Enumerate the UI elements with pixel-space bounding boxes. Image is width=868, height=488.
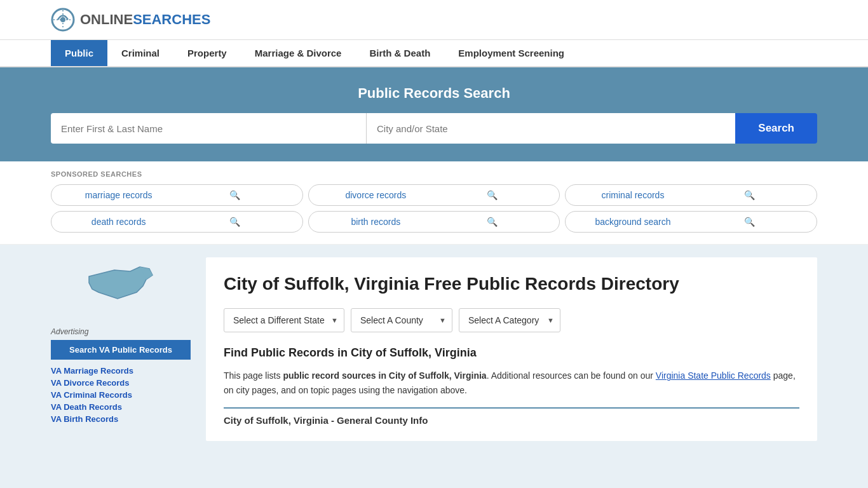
- content-area: City of Suffolk, Virginia Free Public Re…: [206, 257, 817, 441]
- logo-icon: [51, 8, 75, 32]
- county-info-title: City of Suffolk, Virginia - General Coun…: [224, 415, 799, 426]
- description-text: This page lists public record sources in…: [224, 369, 799, 397]
- search-form: Search: [51, 113, 817, 144]
- sponsored-tag-background[interactable]: background search 🔍: [565, 211, 817, 233]
- sidebar-link-death[interactable]: VA Death Records: [51, 402, 191, 412]
- county-dropdown[interactable]: Select A County: [351, 308, 452, 332]
- sidebar-link-birth[interactable]: VA Birth Records: [51, 414, 191, 424]
- search-icon-background: 🔍: [691, 217, 808, 227]
- sponsored-grid: marriage records 🔍 divorce records 🔍 cri…: [51, 184, 817, 233]
- header: ONLINESEARCHES: [0, 0, 868, 40]
- virginia-map-icon: [83, 257, 159, 315]
- sidebar: Advertising Search VA Public Records VA …: [51, 257, 191, 441]
- search-location-input[interactable]: [366, 113, 735, 144]
- nav-item-birth-death[interactable]: Birth & Death: [355, 40, 444, 66]
- sponsored-tag-divorce[interactable]: divorce records 🔍: [308, 184, 560, 206]
- nav-item-criminal[interactable]: Criminal: [107, 40, 173, 66]
- advertising-label: Advertising: [51, 327, 191, 336]
- nav-item-property[interactable]: Property: [173, 40, 241, 66]
- state-dropdown[interactable]: Select a Different State: [224, 308, 344, 332]
- virginia-state-records-link[interactable]: Virginia State Public Records: [656, 370, 771, 381]
- state-map: [51, 257, 191, 317]
- search-name-input[interactable]: [51, 113, 366, 144]
- sidebar-link-divorce[interactable]: VA Divorce Records: [51, 378, 191, 388]
- category-dropdown-wrap: Select A Category: [459, 308, 560, 332]
- county-info-bar: City of Suffolk, Virginia - General Coun…: [224, 407, 799, 426]
- nav-item-public[interactable]: Public: [51, 40, 107, 66]
- search-icon-death: 🔍: [177, 217, 293, 227]
- sponsored-tag-death[interactable]: death records 🔍: [51, 211, 303, 233]
- search-icon-divorce: 🔍: [434, 190, 550, 200]
- sidebar-link-marriage[interactable]: VA Marriage Records: [51, 366, 191, 376]
- nav-item-marriage-divorce[interactable]: Marriage & Divorce: [241, 40, 356, 66]
- sponsored-label: SPONSORED SEARCHES: [51, 170, 817, 178]
- ad-button[interactable]: Search VA Public Records: [51, 340, 191, 360]
- find-title: Find Public Records in City of Suffolk, …: [224, 346, 799, 360]
- main-content: Advertising Search VA Public Records VA …: [0, 245, 868, 454]
- sponsored-section: SPONSORED SEARCHES marriage records 🔍 di…: [0, 161, 868, 245]
- sponsored-tag-marriage[interactable]: marriage records 🔍: [51, 184, 303, 206]
- nav-item-employment[interactable]: Employment Screening: [444, 40, 578, 66]
- sponsored-tag-birth[interactable]: birth records 🔍: [308, 211, 560, 233]
- search-icon-birth: 🔍: [434, 217, 550, 227]
- sponsored-tag-criminal[interactable]: criminal records 🔍: [565, 184, 817, 206]
- page-title: City of Suffolk, Virginia Free Public Re…: [224, 273, 799, 295]
- logo: ONLINESEARCHES: [51, 8, 210, 32]
- dropdowns-row: Select a Different State Select A County…: [224, 308, 799, 332]
- county-dropdown-wrap: Select A County: [351, 308, 452, 332]
- search-banner: Public Records Search Search: [0, 67, 868, 161]
- sidebar-link-criminal[interactable]: VA Criminal Records: [51, 390, 191, 400]
- main-nav: Public Criminal Property Marriage & Divo…: [0, 40, 868, 67]
- search-icon-marriage: 🔍: [177, 190, 293, 200]
- category-dropdown[interactable]: Select A Category: [459, 308, 560, 332]
- state-dropdown-wrap: Select a Different State: [224, 308, 344, 332]
- search-banner-title: Public Records Search: [51, 85, 817, 102]
- logo-text: ONLINESEARCHES: [80, 11, 210, 28]
- search-icon-criminal: 🔍: [691, 190, 808, 200]
- search-button[interactable]: Search: [735, 113, 817, 144]
